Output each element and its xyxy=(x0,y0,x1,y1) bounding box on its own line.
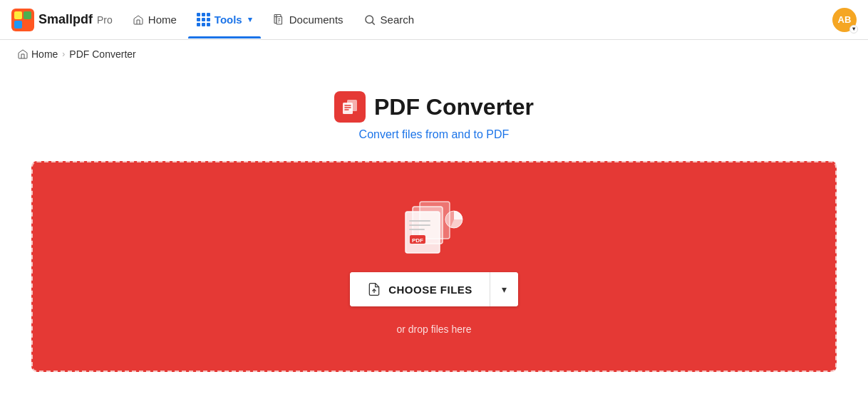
drop-hint: or drop files here xyxy=(396,324,471,335)
page-subtitle: Convert files from and to PDF xyxy=(359,128,510,141)
nav-search[interactable]: Search xyxy=(355,8,423,32)
dropdown-chevron-icon: ▾ xyxy=(502,284,507,295)
nav-tools[interactable]: Tools ▾ xyxy=(188,7,261,32)
pdf-converter-icon xyxy=(334,91,366,123)
search-icon xyxy=(363,14,376,26)
avatar-chevron-icon: ▾ xyxy=(849,25,858,33)
svg-rect-2 xyxy=(24,11,31,19)
svg-rect-12 xyxy=(405,212,440,253)
brand-pro-label: Pro xyxy=(97,14,113,26)
choose-files-button[interactable]: CHOOSE FILES xyxy=(350,272,490,306)
breadcrumb-home-icon xyxy=(17,48,29,60)
breadcrumb-separator: › xyxy=(62,49,65,59)
documents-icon xyxy=(272,14,285,26)
brand-logo xyxy=(11,9,34,31)
tools-dropdown-arrow: ▾ xyxy=(248,15,252,24)
nav-items: Home Tools ▾ Documents xyxy=(124,7,827,32)
page-title: PDF Converter xyxy=(374,94,534,120)
svg-point-7 xyxy=(366,16,373,24)
brand[interactable]: Smallpdf Pro xyxy=(11,9,113,31)
svg-rect-1 xyxy=(14,11,22,19)
pdf-converter-icon-svg xyxy=(340,97,360,117)
drop-zone[interactable]: PDF CHOOSE FILES ▾ xyxy=(31,161,837,372)
breadcrumb: Home › PDF Converter xyxy=(0,40,868,68)
main-content: PDF Converter Convert files from and to … xyxy=(0,68,868,395)
page-title-section: PDF Converter Convert files from and to … xyxy=(334,91,534,141)
nav-home[interactable]: Home xyxy=(124,8,185,31)
nav-search-label: Search xyxy=(381,14,415,26)
nav-tools-label: Tools xyxy=(215,14,242,26)
nav-documents-label: Documents xyxy=(289,14,343,26)
brand-name: Smallpdf xyxy=(38,12,93,27)
svg-rect-3 xyxy=(14,21,22,29)
nav-documents[interactable]: Documents xyxy=(264,8,352,32)
choose-files-dropdown-button[interactable]: ▾ xyxy=(490,272,518,306)
home-icon xyxy=(133,14,144,26)
navbar: Smallpdf Pro Home Tools ▾ xyxy=(0,0,868,40)
avatar-initials: AB xyxy=(838,14,852,25)
svg-rect-4 xyxy=(24,21,31,29)
user-avatar[interactable]: AB ▾ xyxy=(832,8,857,32)
nav-home-label: Home xyxy=(148,14,177,26)
choose-files-btn-container[interactable]: CHOOSE FILES ▾ xyxy=(350,272,518,306)
svg-text:PDF: PDF xyxy=(412,237,423,244)
file-illustration: PDF xyxy=(398,198,470,255)
breadcrumb-current-page: PDF Converter xyxy=(69,48,135,60)
title-row: PDF Converter xyxy=(334,91,534,123)
grid-icon xyxy=(197,13,210,26)
choose-files-label: CHOOSE FILES xyxy=(388,284,472,296)
breadcrumb-home-text: Home xyxy=(31,48,58,60)
breadcrumb-home-link[interactable]: Home xyxy=(17,48,58,60)
file-upload-icon xyxy=(367,282,381,296)
